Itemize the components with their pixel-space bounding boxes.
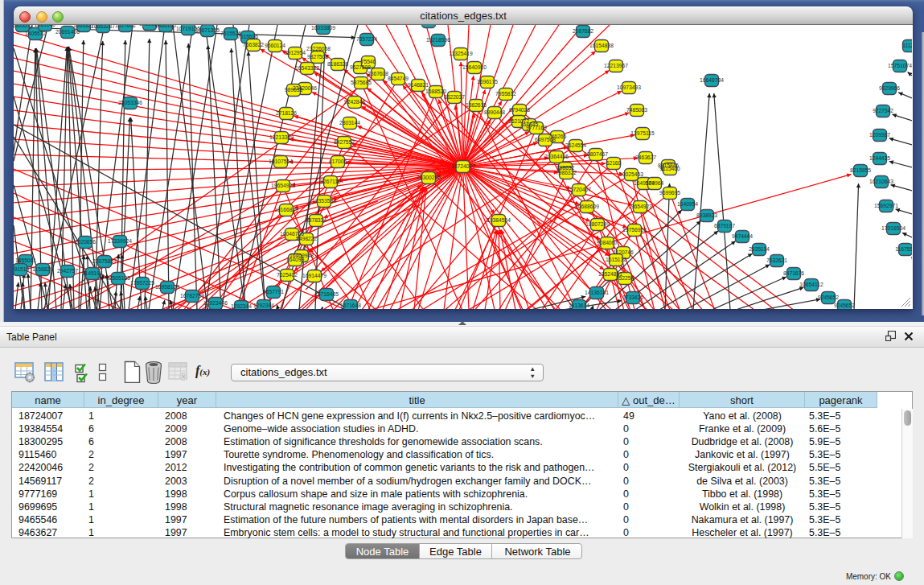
svg-text:10807467: 10807467 [584,151,608,157]
svg-text:75546: 75546 [361,59,376,64]
svg-text:10688609: 10688609 [575,204,599,209]
svg-text:17339924: 17339924 [108,238,132,244]
svg-text:12213967: 12213967 [604,63,628,68]
svg-text:3624554: 3624554 [565,142,586,148]
svg-text:16671355: 16671355 [195,27,220,33]
svg-text:23226058: 23226058 [306,46,331,51]
svg-text:16154838: 16154838 [589,43,614,48]
svg-text:11121: 11121 [902,43,912,48]
svg-text:2803144: 2803144 [339,120,360,126]
svg-text:1733426: 1733426 [622,295,643,300]
svg-text:19654923: 19654923 [271,183,295,188]
svg-text:5875685: 5875685 [351,80,372,85]
svg-text:19384554: 19384554 [487,217,511,223]
svg-text:15692971: 15692971 [874,203,898,208]
svg-text:2718126: 2718126 [276,110,297,116]
svg-text:5498222: 5498222 [296,236,317,241]
svg-text:9699695: 9699695 [659,190,680,196]
svg-text:1244415: 1244415 [869,155,890,161]
svg-text:989638: 989638 [285,87,303,93]
svg-text:1588520: 1588520 [425,89,446,94]
svg-text:9657791: 9657791 [263,289,284,295]
svg-text:1455061: 1455061 [15,257,36,263]
svg-text:7515526: 7515526 [237,34,258,39]
svg-text:10107554: 10107554 [269,159,293,164]
svg-text:12213389: 12213389 [269,134,294,140]
svg-text:11325419: 11325419 [449,51,473,56]
svg-text:2020656: 2020656 [75,239,96,245]
svg-text:417006: 417006 [329,159,347,164]
svg-text:6497568: 6497568 [535,137,556,142]
svg-text:1696175: 1696175 [477,79,498,84]
svg-text:7986322: 7986322 [556,170,577,175]
svg-text:17016504: 17016504 [881,225,906,231]
svg-text:15640910: 15640910 [462,64,487,70]
svg-text:1615132: 1615132 [606,257,626,262]
svg-text:18724007: 18724007 [451,163,475,169]
svg-text:164964: 164964 [646,180,664,186]
svg-text:1292344: 1292344 [231,303,252,309]
svg-text:1362615: 1362615 [466,102,487,108]
svg-text:8990448: 8990448 [484,109,505,115]
svg-text:7632621: 7632621 [766,257,787,263]
svg-text:8454749: 8454749 [388,76,409,81]
svg-text:2069140: 2069140 [35,25,55,27]
svg-text:9242848: 9242848 [344,99,365,105]
svg-text:2087682: 2087682 [573,28,593,34]
svg-text:14136141: 14136141 [585,290,609,295]
svg-text:16914479: 16914479 [302,273,326,278]
svg-text:12353594: 12353594 [312,198,336,204]
svg-text:15751074: 15751074 [888,63,912,68]
svg-text:2942757: 2942757 [57,268,78,274]
svg-text:6879197: 6879197 [714,223,735,229]
svg-text:9245652: 9245652 [834,303,855,308]
svg-text:7357224: 7357224 [356,36,377,42]
svg-text:12975115: 12975115 [630,130,655,136]
svg-text:9474444: 9474444 [732,233,753,239]
svg-text:7663822: 7663822 [243,42,264,47]
svg-text:7955812: 7955812 [495,91,516,97]
svg-text:10653287: 10653287 [91,25,115,29]
svg-text:6794028: 6794028 [509,107,530,113]
svg-text:1527602: 1527602 [115,25,136,28]
svg-text:1209387: 1209387 [869,132,890,138]
svg-text:9146821: 9146821 [408,82,429,88]
svg-text:9777169: 9777169 [526,125,547,130]
svg-text:16033809: 16033809 [311,25,335,31]
svg-text:19756928: 19756928 [622,227,647,233]
svg-text:1413614: 1413614 [569,303,589,308]
svg-text:23975867: 23975867 [92,258,117,264]
svg-text:9660124: 9660124 [265,43,285,48]
svg-text:17957225: 17957225 [130,280,154,286]
svg-text:12505135: 12505135 [106,275,130,281]
svg-text:252254: 252254 [616,275,634,281]
svg-text:16543382: 16543382 [295,65,319,71]
svg-text:10973493: 10973493 [617,84,641,90]
svg-text:9115460: 9115460 [659,166,680,171]
svg-text:15716485: 15716485 [314,291,339,297]
svg-text:19654923: 19654923 [628,204,652,209]
svg-text:16648784: 16648784 [700,77,724,83]
svg-text:8427552: 8427552 [334,139,355,145]
svg-text:8471676: 8471676 [783,270,804,276]
svg-text:8215955: 8215955 [850,167,871,173]
svg-text:1156829: 1156829 [32,266,53,272]
svg-text:1120746: 1120746 [613,249,634,255]
svg-text:62160: 62160 [606,160,622,166]
svg-text:1405572: 1405572 [14,25,33,28]
svg-text:9084067: 9084067 [597,240,618,245]
svg-text:9827508: 9827508 [307,54,328,60]
svg-text:10958107: 10958107 [155,284,179,290]
svg-text:1292344: 1292344 [253,303,274,308]
svg-text:9463627: 9463627 [635,154,656,160]
svg-text:7485063: 7485063 [626,107,647,113]
svg-text:25053346: 25053346 [118,100,142,105]
svg-text:15720407: 15720407 [567,187,591,192]
svg-text:10025453: 10025453 [619,171,643,177]
svg-text:20691406: 20691406 [55,29,80,35]
svg-text:2935114: 2935114 [749,246,770,252]
svg-text:1640954: 1640954 [677,201,698,207]
svg-text:1145194: 1145194 [82,270,103,276]
svg-text:19166829: 19166829 [274,207,298,212]
svg-text:16210643: 16210643 [869,179,893,184]
